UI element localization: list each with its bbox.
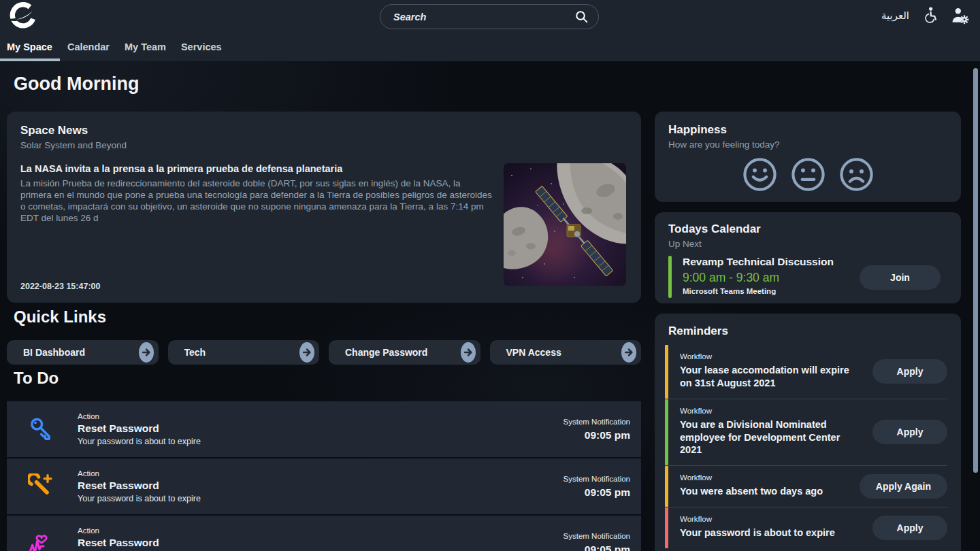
quick-link-bi-dashboard[interactable]: BI Dashboard [7,340,159,365]
quick-link-change-password[interactable]: Change Password [329,340,480,365]
tab-calendar[interactable]: Calendar [67,41,110,61]
page-scrollbar[interactable] [973,68,978,473]
todo-heading: To Do [14,369,59,388]
todo-source: System Notification [564,475,630,483]
reminder-accent-bar [665,466,668,507]
event-accent-bar [668,256,672,298]
happiness-title: Happiness [668,123,947,137]
user-settings-icon[interactable] [951,6,969,24]
wrench-plus-icon [28,473,54,499]
happiness-card: Happiness How are you feeling today? [655,112,961,202]
tab-my-team[interactable]: My Team [125,41,166,61]
reminder-category: Workflow [680,352,851,361]
reminder-apply-button[interactable]: Apply [872,420,947,444]
todays-calendar-card: Todays Calendar Up Next Revamp Technical… [655,212,961,303]
article-timestamp: 2022-08-23 15:47:00 [20,282,100,291]
heart-pulse-icon [28,531,54,551]
happiness-subtitle: How are you feeling today? [668,139,947,150]
search-bar [380,4,599,29]
search-input[interactable] [393,12,574,22]
reminder-text: You are a Divisional Nominated employee … [680,418,851,457]
todo-list: Action Reset Password Your password is a… [7,401,641,551]
todo-time: 09:05 pm [564,544,630,551]
todo-title-text: Reset Password [78,422,201,435]
tab-my-space[interactable]: My Space [7,41,52,61]
reminder-text: You were absent two days ago [680,485,851,498]
quick-links-row: BI Dashboard Tech Change Password VPN Ac… [7,340,641,365]
reminder-item-password: Workflow Your password is about to expir… [665,507,947,548]
event-platform: Microsoft Teams Meeting [683,287,834,295]
reminder-text: Your password is about to expire [680,527,851,539]
arrow-right-icon [299,342,314,363]
reminder-apply-button[interactable]: Apply [872,359,947,384]
quick-links-heading: Quick Links [14,307,106,327]
reminder-category: Workflow [680,473,851,482]
event-time: 9:00 am - 9:30 am [683,271,834,285]
quick-link-vpn-access[interactable]: VPN Access [490,340,642,365]
primary-nav: My Space Calendar My Team Services [0,41,229,61]
reminder-item-absence: Workflow You were absent two days ago Ap… [665,466,947,507]
mood-selector [668,156,947,193]
tab-services[interactable]: Services [181,41,222,61]
todo-source: System Notification [564,418,630,426]
calendar-title: Todays Calendar [668,222,947,236]
happy-face-icon[interactable] [742,156,778,193]
todo-time: 09:05 pm [564,429,630,441]
join-meeting-button[interactable]: Join [860,265,941,290]
todo-category: Action [78,527,201,535]
app-logo[interactable] [7,2,37,32]
reminder-category: Workflow [680,515,851,523]
top-header: العربية [0,0,980,61]
todo-row-reset-password-1[interactable]: Action Reset Password Your password is a… [7,401,641,457]
todo-category: Action [78,412,201,420]
todo-description: Your password is about to expire [78,494,201,503]
todo-title-text: Reset Password [78,480,201,492]
accessibility-icon[interactable] [921,6,939,24]
quick-link-label: Change Password [345,347,427,358]
reminder-accent-bar [665,345,668,399]
neutral-face-icon[interactable] [790,156,826,193]
quick-link-tech[interactable]: Tech [168,340,320,365]
arrow-right-icon [461,342,476,363]
reminder-item-nomination: Workflow You are a Divisional Nominated … [665,399,947,467]
calendar-subtitle: Up Next [668,239,947,249]
reminder-text: Your lease accomodation will expire on 3… [680,364,851,390]
todo-category: Action [78,469,201,478]
todo-row-reset-password-3[interactable]: Action Reset Password Your password is a… [7,516,641,551]
reminder-accent-bar [665,399,668,466]
language-switch-arabic[interactable]: العربية [881,10,909,22]
header-actions: العربية [881,6,969,24]
arrow-right-icon [621,342,636,363]
quick-link-label: VPN Access [506,347,561,358]
quick-link-label: BI Dashboard [23,347,85,358]
article-image-dart-asteroid [504,163,626,286]
reminder-apply-button[interactable]: Apply [872,516,947,540]
reminder-category: Workflow [680,407,851,415]
key-icon [28,416,54,442]
event-title: Revamp Technical Discussion [683,256,834,268]
page-greeting: Good Morning [14,73,139,95]
reminder-item-lease: Workflow Your lease accomodation will ex… [665,345,947,399]
swoosh-logo-icon [7,2,37,32]
reminder-apply-again-button[interactable]: Apply Again [860,474,947,499]
reminders-card: Reminders Workflow Your lease accomodati… [655,314,961,551]
sad-face-icon[interactable] [838,156,875,193]
space-news-title: Space News [20,124,627,137]
todo-description: Your password is about to expire [78,437,201,446]
article-body: La misión Prueba de redireccionamiento d… [20,178,492,224]
arrow-right-icon [139,342,154,363]
todo-source: System Notification [564,532,630,540]
article-title: La NASA invita a la prensa a la primera … [20,163,492,174]
todo-time: 09:05 pm [564,486,630,499]
space-news-subtitle: Solar System and Beyond [20,140,627,150]
search-icon[interactable] [574,10,589,24]
space-news-card: Space News Solar System and Beyond La NA… [7,112,641,303]
todo-title-text: Reset Password [78,537,201,549]
reminder-accent-bar [665,507,668,548]
news-article[interactable]: La NASA invita a la prensa a la primera … [20,163,500,286]
todo-row-reset-password-2[interactable]: Action Reset Password Your password is a… [7,458,641,514]
quick-link-label: Tech [184,347,206,358]
reminders-title: Reminders [668,324,947,338]
reminders-list: Workflow Your lease accomodation will ex… [668,345,947,548]
